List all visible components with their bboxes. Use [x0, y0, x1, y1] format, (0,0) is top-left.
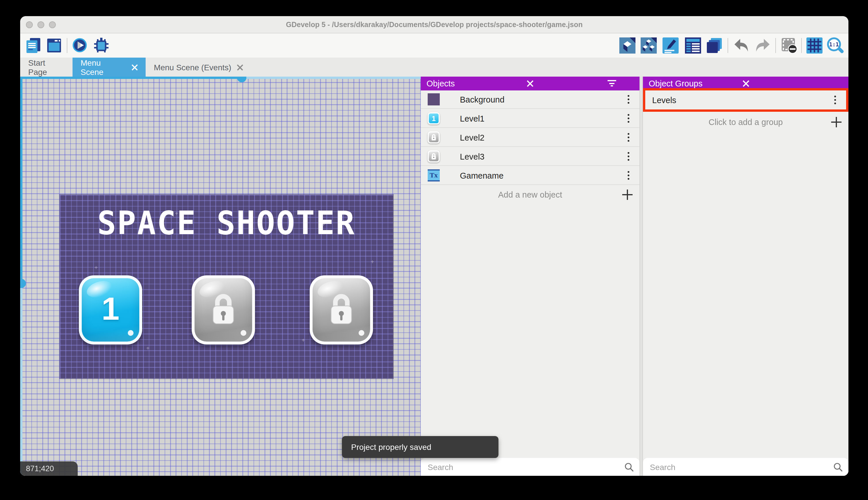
- save-toast: Project properly saved: [342, 436, 498, 458]
- background-thumbnail: [428, 93, 440, 105]
- object-name: Background: [460, 95, 505, 104]
- object-groups-panel: Object Groups Levels Click to add a grou…: [643, 77, 848, 476]
- star-sparkle: +: [322, 222, 325, 228]
- close-panel-icon[interactable]: [627, 80, 634, 87]
- instances-list-icon[interactable]: [684, 37, 702, 54]
- objects-editor-icon[interactable]: [619, 37, 636, 54]
- lock-icon: [431, 153, 437, 160]
- tab-menu-scene[interactable]: Menu Scene: [72, 58, 145, 77]
- object-row-level3[interactable]: Level3: [421, 147, 640, 166]
- grid-icon[interactable]: [806, 37, 823, 54]
- levels-group-row-highlighted[interactable]: Levels: [643, 88, 848, 112]
- object-groups-panel-title: Object Groups: [649, 79, 836, 88]
- level3-button-locked[interactable]: [310, 275, 373, 344]
- lock-icon: [431, 134, 437, 141]
- screen: GDevelop 5 - /Users/dkarakay/Documents/G…: [0, 0, 868, 500]
- debug-icon[interactable]: [93, 37, 110, 54]
- toolbar-divider: [67, 38, 67, 53]
- play-icon[interactable]: [72, 37, 87, 53]
- toolbar-divider: [728, 38, 728, 53]
- add-group-button[interactable]: Click to add a group: [643, 113, 848, 131]
- object-name: Level3: [460, 152, 484, 161]
- row-menu-icon[interactable]: [624, 95, 633, 104]
- objects-panel: Objects Background 1 Level1: [421, 77, 640, 476]
- tab-start-page[interactable]: Start Page: [20, 58, 72, 77]
- open-scene-window-icon[interactable]: [46, 37, 63, 54]
- scene-editor-canvas[interactable]: SPACE SHOOTER + + + + + + + 1: [20, 77, 421, 476]
- main-content: SPACE SHOOTER + + + + + + + 1: [20, 77, 848, 476]
- zoom-1-1-icon[interactable]: 1:1: [826, 36, 845, 55]
- lock-icon: [326, 292, 356, 327]
- horizontal-scrollbar-handle[interactable]: [237, 77, 246, 82]
- redo-icon[interactable]: [754, 37, 771, 54]
- plus-icon[interactable]: [831, 117, 842, 127]
- level2-button-locked[interactable]: [192, 275, 255, 344]
- toolbar-divider: [775, 38, 776, 53]
- object-row-background[interactable]: Background: [421, 90, 640, 109]
- groups-search-input[interactable]: [643, 458, 848, 476]
- object-groups-icon[interactable]: [640, 37, 657, 54]
- tab-label: Menu Scene: [81, 58, 126, 76]
- search-icon: [833, 462, 843, 471]
- objects-panel-header: Objects: [421, 77, 640, 90]
- object-row-level1[interactable]: 1 Level1: [421, 110, 640, 128]
- level1-thumbnail: 1: [428, 112, 440, 124]
- object-row-level2[interactable]: Level2: [421, 128, 640, 147]
- gdevelop-window: GDevelop 5 - /Users/dkarakay/Documents/G…: [20, 16, 848, 476]
- star-sparkle: +: [146, 345, 150, 351]
- project-manager-icon[interactable]: [25, 37, 42, 54]
- object-row-gamename[interactable]: Tx Gamename: [421, 167, 640, 185]
- lock-icon: [208, 292, 238, 327]
- add-group-label: Click to add a group: [708, 117, 783, 127]
- mask-icon[interactable]: [781, 37, 798, 54]
- tab-label: Menu Scene (Events): [154, 62, 231, 72]
- level1-number: 1: [82, 290, 139, 327]
- vertical-scrollbar-track[interactable]: [20, 77, 22, 476]
- add-object-label: Add a new object: [498, 190, 562, 199]
- filter-icon[interactable]: [607, 80, 617, 87]
- close-panel-icon[interactable]: [836, 80, 843, 87]
- group-name: Levels: [652, 95, 676, 104]
- objects-search-input[interactable]: [421, 458, 640, 476]
- horizontal-scrollbar-thumb[interactable]: [20, 77, 246, 79]
- close-tab-icon[interactable]: [131, 64, 138, 70]
- layers-icon[interactable]: [706, 37, 723, 54]
- object-name: Level1: [460, 114, 484, 123]
- close-tab-icon[interactable]: [237, 64, 244, 70]
- panel-divider[interactable]: [640, 77, 643, 476]
- row-menu-icon[interactable]: [624, 152, 633, 161]
- level3-thumbnail: [428, 150, 440, 162]
- add-object-button[interactable]: Add a new object: [421, 185, 640, 204]
- object-name: Level2: [460, 133, 484, 142]
- star-sparkle: +: [94, 265, 98, 271]
- row-menu-icon[interactable]: [624, 171, 633, 180]
- plus-icon[interactable]: [622, 190, 633, 200]
- level1-button[interactable]: 1: [79, 275, 142, 344]
- star-sparkle: +: [302, 338, 305, 343]
- gamename-thumbnail: Tx: [428, 169, 440, 181]
- vertical-scrollbar-handle[interactable]: [20, 279, 26, 288]
- object-name: Gamename: [460, 171, 504, 180]
- objects-panel-title: Objects: [426, 79, 607, 88]
- level2-thumbnail: [428, 131, 440, 144]
- toolbar-divider: [801, 38, 802, 53]
- row-menu-icon[interactable]: [624, 114, 633, 123]
- star-sparkle: +: [175, 211, 178, 217]
- horizontal-scrollbar-track[interactable]: [20, 77, 421, 79]
- star-sparkle: +: [371, 259, 374, 265]
- tab-menu-scene-events[interactable]: Menu Scene (Events): [145, 58, 251, 77]
- title-bar: GDevelop 5 - /Users/dkarakay/Documents/G…: [20, 16, 848, 33]
- undo-icon[interactable]: [733, 37, 750, 54]
- toolbar: 1:1: [20, 33, 848, 58]
- tab-label: Start Page: [28, 58, 64, 76]
- game-title-text[interactable]: SPACE SHOOTER: [60, 204, 393, 242]
- vertical-scrollbar-thumb[interactable]: [20, 77, 22, 288]
- game-preview[interactable]: SPACE SHOOTER + + + + + + + 1: [60, 195, 393, 378]
- row-menu-icon[interactable]: [831, 95, 839, 104]
- tab-bar: Start Page Menu Scene Menu Scene (Events…: [20, 58, 848, 77]
- row-menu-icon[interactable]: [624, 133, 633, 142]
- properties-icon[interactable]: [662, 37, 679, 54]
- cursor-coordinates-badge: 871;420: [20, 462, 78, 476]
- search-icon: [624, 462, 634, 471]
- objects-search-bar: [421, 458, 640, 476]
